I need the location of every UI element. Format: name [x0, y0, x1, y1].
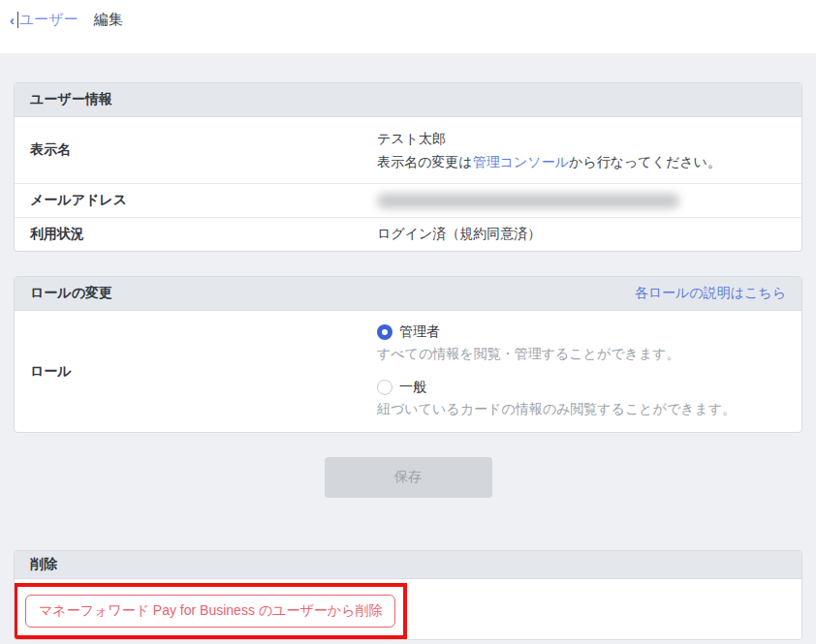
role-header: ロールの変更 各ロールの説明はこちら [15, 277, 801, 311]
delete-body: マネーフォワード Pay for Business のユーザーから削除 [15, 579, 801, 639]
usage-value: ログイン済（規約同意済） [377, 218, 801, 251]
role-help-link[interactable]: 各ロールの説明はこちら [635, 285, 786, 302]
breadcrumb-back-link[interactable]: ユーザー [19, 11, 78, 29]
note-prefix: 表示名の変更は [377, 154, 473, 169]
user-info-title: ユーザー情報 [30, 91, 112, 108]
email-value [377, 186, 801, 216]
radio-unselected-icon[interactable] [377, 380, 392, 395]
display-name-row: 表示名 テスト太郎 表示名の変更は管理コンソールから行なってください。 [15, 117, 801, 184]
usage-row: 利用状況 ログイン済（規約同意済） [15, 218, 801, 251]
radio-general-description: 紐づいているカードの情報のみ閲覧することができます。 [377, 401, 801, 418]
role-panel: ロールの変更 各ロールの説明はこちら ロール 管理者 すべての情報を閲覧・管理す… [14, 276, 802, 433]
top-bar: ‹ ユーザー 編集 [0, 0, 816, 53]
role-label: ロール [15, 355, 377, 388]
delete-user-button[interactable]: マネーフォワード Pay for Business のユーザーから削除 [25, 595, 395, 628]
radio-admin-description: すべての情報を閲覧・管理することができます。 [377, 346, 801, 363]
save-button-row: 保存 [14, 457, 802, 498]
display-name-label: 表示名 [15, 134, 377, 167]
display-name-note: 表示名の変更は管理コンソールから行なってください。 [377, 150, 801, 173]
delete-header: 削除 [15, 551, 801, 579]
redacted-email [377, 194, 679, 208]
role-option-general: 一般 紐づいているカードの情報のみ閲覧することができます。 [377, 379, 801, 418]
breadcrumb: ‹ ユーザー 編集 [10, 11, 123, 29]
display-name-text: テスト太郎 [377, 127, 801, 150]
radio-general[interactable]: 一般 [377, 379, 801, 396]
email-row: メールアドレス [15, 184, 801, 218]
display-name-value: テスト太郎 表示名の変更は管理コンソールから行なってください。 [377, 117, 801, 183]
radio-selected-icon[interactable] [377, 324, 392, 340]
radio-general-label: 一般 [399, 379, 426, 396]
delete-panel: 削除 マネーフォワード Pay for Business のユーザーから削除 [14, 550, 802, 640]
role-option-admin: 管理者 すべての情報を閲覧・管理することができます。 [377, 323, 801, 363]
role-row: ロール 管理者 すべての情報を閲覧・管理することができます。 一般 紐づいている… [15, 311, 801, 432]
save-button[interactable]: 保存 [325, 457, 492, 498]
red-highlight-annotation: マネーフォワード Pay for Business のユーザーから削除 [14, 583, 407, 639]
role-title: ロールの変更 [30, 285, 112, 302]
text-cursor [17, 12, 18, 28]
page-title: 編集 [94, 11, 123, 29]
role-options: 管理者 すべての情報を閲覧・管理することができます。 一般 紐づいているカードの… [377, 311, 801, 432]
note-suffix: から行なってください。 [569, 154, 721, 169]
user-info-panel: ユーザー情報 表示名 テスト太郎 表示名の変更は管理コンソールから行なってくださ… [14, 82, 802, 252]
email-label: メールアドレス [15, 184, 377, 217]
back-chevron-icon[interactable]: ‹ [10, 12, 15, 28]
radio-admin[interactable]: 管理者 [377, 323, 801, 341]
admin-console-link[interactable]: 管理コンソール [473, 154, 569, 169]
user-info-header: ユーザー情報 [15, 83, 801, 117]
usage-label: 利用状況 [15, 218, 377, 251]
main-content: ユーザー情報 表示名 テスト太郎 表示名の変更は管理コンソールから行なってくださ… [0, 82, 816, 640]
radio-admin-label: 管理者 [399, 323, 440, 341]
delete-title: 削除 [30, 556, 57, 573]
